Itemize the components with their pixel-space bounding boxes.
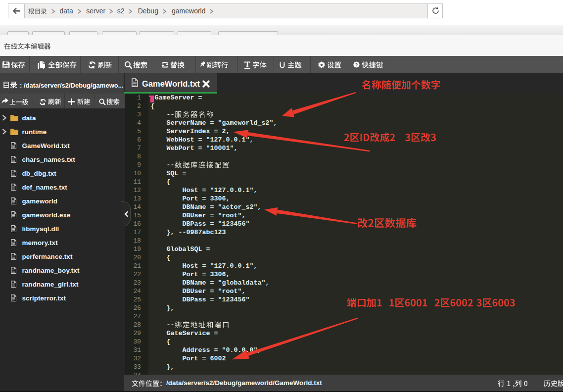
- svg-text:?: ?: [355, 62, 358, 67]
